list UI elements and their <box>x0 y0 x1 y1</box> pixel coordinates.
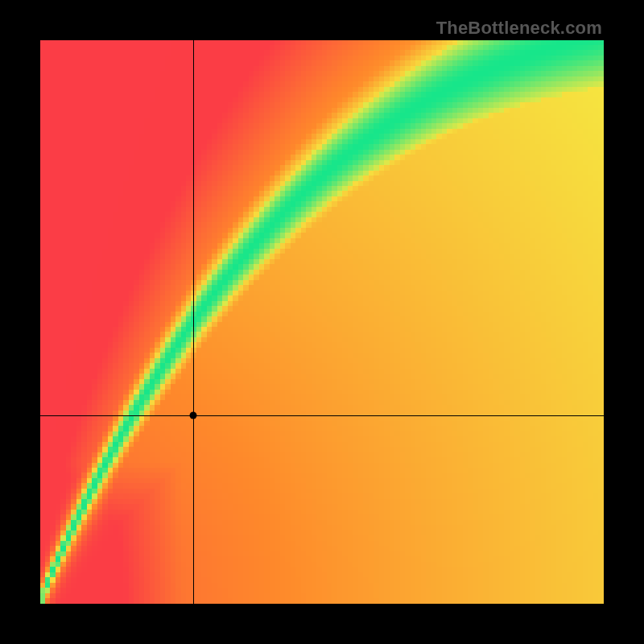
watermark-text: TheBottleneck.com <box>436 18 602 39</box>
heatmap-canvas <box>40 40 604 604</box>
chart-frame: TheBottleneck.com <box>0 0 644 644</box>
plot-area <box>40 40 604 604</box>
